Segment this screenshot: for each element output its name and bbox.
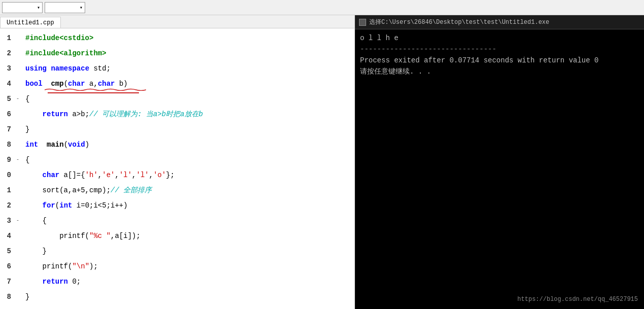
terminal-separator: -------------------------------- [360, 44, 639, 55]
code-line: using namespace std; [25, 61, 354, 76]
line-number: 8 [1, 289, 13, 304]
code-line: bool cmp(char a,char b) [25, 76, 354, 91]
fold-marker [14, 289, 21, 304]
dropdown-1[interactable]: ▾ [2, 2, 43, 13]
fold-marker [14, 107, 21, 122]
terminal-process-exit: Process exited after 0.07714 seconds wit… [360, 55, 639, 66]
fold-marker [14, 76, 21, 91]
line-number: 5 [1, 244, 13, 259]
code-line: printf("\n"); [25, 259, 354, 274]
line-number: 6 [1, 259, 13, 274]
fold-marker [14, 30, 21, 46]
fold-marker[interactable]: - [14, 152, 21, 167]
terminal-title: 选择C:\Users\26846\Desktop\test\test\Untit… [369, 18, 549, 26]
fold-marker[interactable]: - [14, 91, 21, 107]
code-line: { [25, 91, 354, 107]
fold-marker [14, 61, 21, 76]
terminal-icon [359, 19, 366, 26]
tab-label: Untitled1.cpp [7, 19, 54, 26]
code-line: int main(void) [25, 137, 354, 152]
code-line: { [25, 152, 354, 167]
line-number: 1 [1, 30, 13, 46]
editor-tab[interactable]: Untitled1.cpp [0, 17, 61, 28]
fold-marker [14, 274, 21, 289]
terminal-press-key: 请按任意键继续. . . [360, 66, 639, 77]
code-line: printf("%c ",a[i]); [25, 228, 354, 244]
fold-marker [14, 46, 21, 61]
line-number: 8 [1, 137, 13, 152]
code-line: return 0; [25, 274, 354, 289]
line-number: 3 [1, 213, 13, 228]
fold-column: --- [14, 28, 21, 309]
code-area[interactable]: 123456789012345678 --- #include<cstdio>#… [0, 28, 354, 309]
code-line: #include<algorithm> [25, 46, 354, 61]
line-number: 3 [1, 61, 13, 76]
code-line: } [25, 122, 354, 137]
line-number: 7 [1, 122, 13, 137]
fold-marker [14, 167, 21, 183]
fold-marker [14, 137, 21, 152]
chevron-down-icon-2: ▾ [80, 5, 83, 11]
line-number: 2 [1, 46, 13, 61]
terminal-body[interactable]: o l l h e ------------------------------… [355, 29, 644, 309]
code-line: { [25, 213, 354, 228]
line-number: 9 [1, 152, 13, 167]
fold-marker [14, 183, 21, 198]
fold-marker [14, 122, 21, 137]
line-number: 2 [1, 198, 13, 213]
code-line: } [25, 289, 354, 304]
fold-marker[interactable]: - [14, 213, 21, 228]
fold-marker [14, 244, 21, 259]
dropdown-2[interactable]: ▾ [45, 2, 85, 13]
line-number: 7 [1, 274, 13, 289]
terminal-panel: 选择C:\Users\26846\Desktop\test\test\Untit… [355, 15, 644, 309]
terminal-output-1: o l l h e [360, 32, 639, 44]
code-line: #include<cstdio> [25, 30, 354, 46]
line-number: 0 [1, 167, 13, 183]
line-number: 4 [1, 76, 13, 91]
footer-url: https://blog.csdn.net/qq_46527915 [517, 296, 638, 303]
line-number: 4 [1, 228, 13, 244]
main-area: Untitled1.cpp 123456789012345678 --- #in… [0, 15, 644, 309]
line-number: 1 [1, 183, 13, 198]
chevron-down-icon: ▾ [37, 5, 40, 11]
line-numbers: 123456789012345678 [0, 28, 14, 309]
code-line: char a[]={'h','e','l','l','o'}; [25, 167, 354, 183]
fold-marker [14, 228, 21, 244]
code-lines[interactable]: #include<cstdio>#include<algorithm>using… [21, 28, 354, 309]
code-line: sort(a,a+5,cmp);// 全部排序 [25, 183, 354, 198]
fold-marker [14, 259, 21, 274]
toolbar: ▾ ▾ [0, 0, 644, 15]
tab-bar: Untitled1.cpp [0, 15, 354, 28]
line-number: 5 [1, 91, 13, 107]
terminal-titlebar: 选择C:\Users\26846\Desktop\test\test\Untit… [355, 15, 644, 29]
code-line: return a>b;// 可以理解为: 当a>b时把a放在b [25, 107, 354, 122]
line-number: 6 [1, 107, 13, 122]
editor-panel: Untitled1.cpp 123456789012345678 --- #in… [0, 15, 355, 309]
terminal-footer: https://blog.csdn.net/qq_46527915 [517, 294, 638, 305]
code-line: } [25, 244, 354, 259]
code-line: for(int i=0;i<5;i++) [25, 198, 354, 213]
fold-marker [14, 198, 21, 213]
